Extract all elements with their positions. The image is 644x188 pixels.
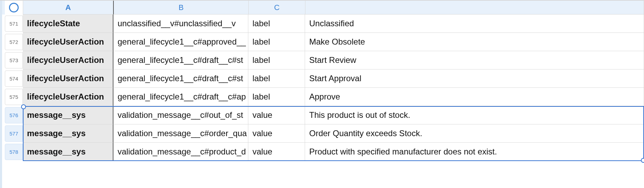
cell-c[interactable]: label: [248, 69, 305, 88]
row-number[interactable]: 575: [5, 89, 23, 105]
cell-b[interactable]: unclassified__v#unclassified__v: [113, 15, 248, 33]
cell-d[interactable]: Order Quantity exceeds Stock.: [305, 124, 644, 143]
cell-c[interactable]: label: [248, 33, 305, 51]
cell-d[interactable]: Product with specified manufacturer does…: [305, 143, 644, 161]
table-row[interactable]: 573lifecycleUserActiongeneral_lifecycle1…: [0, 51, 644, 69]
cell-d[interactable]: Unclassified: [305, 15, 644, 33]
spreadsheet[interactable]: A B C 571lifecycleStateunclassified__v#u…: [0, 0, 644, 188]
table-row[interactable]: 571lifecycleStateunclassified__v#unclass…: [0, 15, 644, 33]
row-number[interactable]: 573: [5, 52, 23, 68]
selection-handle-top-left[interactable]: [21, 104, 26, 109]
cell-a[interactable]: lifecycleUserAction: [23, 88, 113, 106]
row-number[interactable]: 576: [5, 107, 23, 123]
cell-d[interactable]: Start Review: [305, 51, 644, 69]
column-header-a[interactable]: A: [23, 1, 114, 15]
cell-a[interactable]: lifecycleUserAction: [23, 51, 113, 69]
table-row[interactable]: 578message__sysvalidation_message__c#pro…: [0, 143, 644, 161]
cell-d[interactable]: Make Obsolete: [305, 33, 644, 51]
cell-b[interactable]: general_lifecycle1__c#draft__c#ap: [113, 88, 248, 106]
cell-d[interactable]: This product is out of stock.: [305, 106, 644, 124]
cell-a[interactable]: lifecycleUserAction: [23, 33, 113, 51]
table-row[interactable]: 576message__sysvalidation_message__c#out…: [0, 106, 644, 124]
cell-b[interactable]: general_lifecycle1__c#draft__c#st: [113, 69, 248, 88]
cell-d[interactable]: Approve: [305, 88, 644, 106]
row-number[interactable]: 578: [5, 144, 23, 160]
cell-b[interactable]: general_lifecycle1__c#draft__c#st: [113, 51, 248, 69]
table-row[interactable]: 572lifecycleUserActiongeneral_lifecycle1…: [0, 33, 644, 51]
cell-c[interactable]: label: [248, 88, 305, 106]
cell-b[interactable]: general_lifecycle1__c#approved__: [113, 33, 248, 51]
rows-container: 571lifecycleStateunclassified__v#unclass…: [0, 15, 644, 161]
column-header-d[interactable]: [305, 1, 644, 15]
column-header-c[interactable]: C: [249, 1, 305, 15]
column-header-row: A B C: [0, 1, 644, 15]
select-all-circle-icon: [9, 3, 19, 12]
select-all-corner[interactable]: [5, 1, 23, 15]
cell-c[interactable]: label: [248, 51, 305, 69]
cell-a[interactable]: message__sys: [23, 143, 113, 161]
cell-d[interactable]: Start Approval: [305, 69, 644, 88]
cell-c[interactable]: value: [248, 106, 305, 124]
cell-b[interactable]: validation_message__c#out_of_st: [113, 106, 248, 124]
row-number[interactable]: 574: [5, 70, 23, 87]
column-header-b[interactable]: B: [114, 1, 249, 15]
cell-b[interactable]: validation_message__c#order_qua: [113, 124, 248, 143]
selection-block: 576message__sysvalidation_message__c#out…: [0, 106, 644, 161]
row-number[interactable]: 572: [5, 34, 23, 50]
cell-c[interactable]: value: [248, 143, 305, 161]
table-row[interactable]: 577message__sysvalidation_message__c#ord…: [0, 124, 644, 143]
table-row[interactable]: 575lifecycleUserActiongeneral_lifecycle1…: [0, 88, 644, 106]
cell-a[interactable]: lifecycleUserAction: [23, 69, 113, 88]
cell-b[interactable]: validation_message__c#product_d: [113, 143, 248, 161]
table-row[interactable]: 574lifecycleUserActiongeneral_lifecycle1…: [0, 69, 644, 88]
cell-a[interactable]: message__sys: [23, 106, 113, 124]
row-number[interactable]: 571: [5, 16, 23, 32]
row-number[interactable]: 577: [5, 125, 23, 142]
cell-a[interactable]: lifecycleState: [23, 15, 113, 33]
selection-handle-bottom-right[interactable]: [641, 158, 644, 163]
cell-c[interactable]: value: [248, 124, 305, 143]
cell-c[interactable]: label: [248, 15, 305, 33]
cell-a[interactable]: message__sys: [23, 124, 113, 143]
